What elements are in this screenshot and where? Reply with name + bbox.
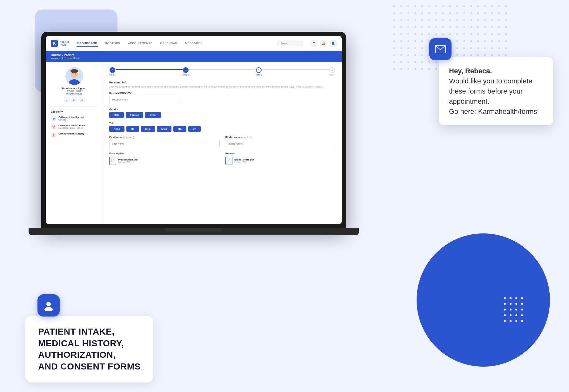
laptop-body: K karma health DASHBOARD DOCTORS APPOINT…: [41, 32, 346, 228]
svg-point-150: [484, 47, 486, 49]
step-line-1: [116, 69, 182, 70]
nav-calendar[interactable]: CALENDAR: [159, 40, 178, 47]
nav-doctors[interactable]: DOCTORS: [104, 40, 121, 47]
form-section-title: Personal Info: [109, 81, 335, 84]
title-ms[interactable]: Ms.: [173, 126, 186, 132]
nav-links: DASHBOARD DOCTORS APPOINTMENTS CALENDAR …: [77, 40, 270, 47]
svg-point-53: [435, 12, 437, 14]
step-circle-3: 3: [256, 67, 262, 73]
gender-male[interactable]: Male: [109, 112, 124, 118]
bottom-line-2: MEDICAL HISTORY,: [38, 338, 124, 348]
svg-point-9: [510, 309, 512, 310]
results-file-info: Blood_Tests.pdf 28 Jan 2019: [234, 158, 254, 163]
laptop-base: [29, 228, 359, 235]
title-mr[interactable]: Mr.: [126, 126, 139, 132]
svg-point-29: [393, 5, 395, 7]
nav-icon-user[interactable]: 👤: [330, 40, 337, 47]
svg-point-133: [491, 40, 493, 42]
svg-point-17: [510, 320, 512, 322]
svg-point-74: [456, 19, 458, 21]
svg-point-0: [504, 297, 506, 299]
svg-point-3: [521, 297, 523, 299]
svg-point-11: [521, 309, 523, 310]
svg-point-177: [421, 61, 423, 63]
nav-icon-bell[interactable]: 🔔: [320, 40, 327, 47]
svg-point-115: [491, 33, 493, 35]
title-none[interactable]: None: [109, 126, 124, 132]
svg-point-157: [407, 54, 409, 56]
steps-row: ✓ Step 1 ✓ Step 2 3 Step 3: [109, 67, 335, 76]
doctor-avatar: [65, 67, 83, 85]
svg-point-37: [449, 5, 451, 7]
specialty-name-2: Orthopedician Products: [58, 124, 85, 127]
svg-point-34: [428, 5, 430, 7]
message-text: Hey, Rebeca. Would like you to complete …: [449, 66, 543, 116]
svg-point-15: [521, 314, 523, 316]
svg-point-128: [456, 40, 458, 42]
svg-point-81: [505, 19, 507, 21]
svg-point-49: [407, 12, 409, 14]
svg-point-79: [491, 19, 493, 21]
svg-point-31: [407, 5, 409, 7]
svg-point-44: [498, 5, 500, 7]
search-input[interactable]: [278, 41, 303, 46]
date-label: Date MM/DD/YYYY: [109, 92, 335, 95]
doctor-action-2[interactable]: □: [71, 97, 77, 102]
svg-point-48: [400, 12, 402, 14]
doctor-action-1[interactable]: □: [64, 97, 70, 102]
title-mrs[interactable]: Mrs.: [141, 126, 155, 132]
results-file-icon[interactable]: 📄: [225, 157, 232, 165]
middle-name-col: Middle Name (required): [225, 136, 335, 148]
svg-point-106: [428, 33, 430, 35]
specialty-info-2: Orthopedician Products Medications Laser…: [58, 124, 85, 129]
svg-point-89: [435, 26, 437, 28]
specialty-item-3: ✿ Orthopedician Surgery: [51, 132, 97, 138]
svg-point-164: [456, 54, 458, 56]
svg-point-8: [504, 309, 506, 310]
bottom-line-1: PATIENT INTAKE,: [38, 327, 115, 336]
title-dr[interactable]: Dr.: [188, 126, 201, 132]
gender-female[interactable]: Female: [126, 112, 144, 118]
title-miss[interactable]: Miss: [157, 126, 171, 132]
doctor-action-3[interactable]: □: [79, 97, 85, 102]
svg-point-166: [470, 54, 472, 56]
laptop-notch: [165, 228, 222, 232]
nav-icon-question[interactable]: ?: [311, 40, 318, 47]
step-circle-2: ✓: [183, 67, 189, 73]
first-name-input[interactable]: [109, 140, 220, 148]
svg-point-24: [70, 69, 78, 73]
email-bubble[interactable]: [429, 38, 452, 60]
svg-point-122: [414, 40, 416, 42]
nav-messages[interactable]: MESSAGES: [184, 40, 203, 47]
nav-appointments[interactable]: APPOINTMENTS: [127, 40, 153, 47]
page-header-subtitle: Welcome to Karma Health: [51, 57, 337, 60]
svg-point-75: [463, 19, 465, 21]
svg-point-159: [421, 54, 423, 56]
svg-point-129: [463, 40, 465, 42]
specialty-sub-2: Medications Laser Helmets: [58, 127, 85, 129]
svg-point-195: [421, 68, 423, 70]
svg-point-33: [421, 5, 423, 7]
prescription-file-icon[interactable]: 📄: [109, 157, 116, 165]
svg-point-85: [407, 26, 409, 28]
svg-point-87: [421, 26, 423, 28]
svg-point-88: [428, 26, 430, 28]
laptop-screen: K karma health DASHBOARD DOCTORS APPOINT…: [46, 36, 342, 224]
first-name-label: First Name (required): [109, 136, 220, 139]
nav-dashboard[interactable]: DASHBOARD: [77, 40, 98, 47]
gender-other[interactable]: Other: [145, 112, 161, 118]
svg-point-139: [407, 47, 409, 49]
svg-point-104: [414, 33, 416, 35]
left-sidebar: Dr. Abraham Pigeon Physical Therapy info…: [46, 62, 103, 223]
svg-point-151: [491, 47, 493, 49]
results-section: Results 📄 Blood_Tests.pdf 28 Jan 2019: [225, 152, 335, 165]
specialty-item-1: ⊕ Orthopedician Specialist Certified: [51, 116, 97, 121]
step-line-3: [262, 69, 329, 70]
doctor-name: Dr. Abraham Pigeon: [62, 87, 86, 90]
user-bubble[interactable]: [37, 294, 60, 317]
svg-point-27: [46, 302, 51, 306]
date-input[interactable]: [109, 96, 179, 104]
middle-name-input[interactable]: [225, 140, 335, 148]
svg-point-70: [428, 19, 430, 21]
specialty-icon-1: ⊕: [51, 116, 57, 121]
